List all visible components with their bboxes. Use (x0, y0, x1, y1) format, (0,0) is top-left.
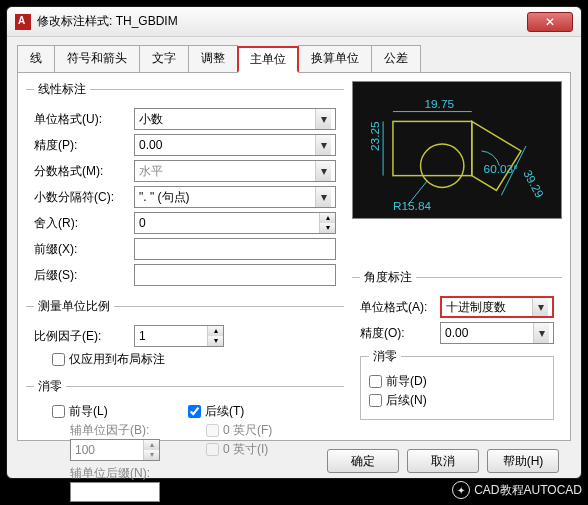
svg-text:60.03°: 60.03° (484, 162, 519, 176)
scale-factor-spinner[interactable]: 1▴▾ (134, 325, 224, 347)
round-spinner[interactable]: 0▴▾ (134, 212, 336, 234)
watermark: ✦ CAD教程AUTOCAD (452, 481, 582, 499)
decimal-sep-select[interactable]: ". " (句点)▾ (134, 186, 336, 208)
tab-symbols[interactable]: 符号和箭头 (54, 45, 140, 72)
close-button[interactable]: ✕ (527, 12, 573, 32)
sub-suffix-label: 辅单位后缀(N): (70, 465, 182, 482)
ang-trailing-label: 后续(N) (386, 392, 427, 409)
chevron-down-icon: ▾ (315, 161, 331, 181)
svg-text:23.25: 23.25 (368, 121, 382, 151)
dialog-body: 线 符号和箭头 文字 调整 主单位 换算单位 公差 线性标注 单位格式(U): … (7, 37, 581, 489)
layout-only-checkbox[interactable] (52, 353, 65, 366)
prefix-input[interactable] (134, 238, 336, 260)
leading-checkbox[interactable] (52, 405, 65, 418)
spin-down-icon[interactable]: ▾ (208, 336, 223, 346)
prefix-label: 前缀(X): (34, 241, 134, 258)
spin-down-icon[interactable]: ▾ (144, 450, 159, 460)
feet-checkbox (206, 424, 219, 437)
inch-label: 0 英寸(I) (223, 441, 268, 458)
svg-rect-0 (393, 121, 472, 175)
layout-only-label: 仅应用到布局标注 (69, 351, 165, 368)
fraction-label: 分数格式(M): (34, 163, 134, 180)
svg-text:19.75: 19.75 (424, 97, 454, 111)
svg-marker-2 (472, 121, 521, 190)
angular-legend: 角度标注 (360, 269, 416, 286)
window-title: 修改标注样式: TH_GBDIM (37, 13, 527, 30)
ang-unit-select[interactable]: 十进制度数▾ (440, 296, 554, 318)
preview-pane: 19.75 23.25 R15.84 60.03° 39.29 (352, 81, 562, 219)
fraction-select[interactable]: 水平▾ (134, 160, 336, 182)
ang-prec-select[interactable]: 0.00▾ (440, 322, 554, 344)
zero-legend: 消零 (34, 378, 66, 395)
inch-checkbox (206, 443, 219, 456)
precision-select[interactable]: 0.00▾ (134, 134, 336, 156)
tab-primary-units[interactable]: 主单位 (237, 46, 299, 73)
suffix-label: 后缀(S): (34, 267, 134, 284)
round-label: 舍入(R): (34, 215, 134, 232)
scale-factor-label: 比例因子(E): (34, 328, 134, 345)
ang-trailing-checkbox[interactable] (369, 394, 382, 407)
spin-up-icon[interactable]: ▴ (208, 326, 223, 336)
chevron-down-icon: ▾ (533, 323, 549, 343)
sub-factor-label: 辅单位因子(B): (70, 422, 182, 439)
trailing-label: 后续(T) (205, 403, 244, 420)
app-icon (15, 14, 31, 30)
sub-suffix-input[interactable] (70, 482, 160, 502)
svg-text:39.29: 39.29 (520, 168, 546, 201)
titlebar: 修改标注样式: TH_GBDIM ✕ (7, 7, 581, 37)
ang-unit-label: 单位格式(A): (360, 299, 440, 316)
scale-legend: 测量单位比例 (34, 298, 114, 315)
ang-leading-checkbox[interactable] (369, 375, 382, 388)
zero-group: 消零 前导(L) 辅单位因子(B): 100▴▾ 辅单位后缀(N): (26, 378, 344, 505)
tab-alt-units[interactable]: 换算单位 (298, 45, 372, 72)
tab-fit[interactable]: 调整 (188, 45, 238, 72)
angular-group: 角度标注 单位格式(A): 十进制度数▾ 精度(O): 0.00▾ 消零 前导(… (352, 269, 562, 434)
tab-lines[interactable]: 线 (17, 45, 55, 72)
ang-zero-legend: 消零 (369, 348, 401, 365)
precision-label: 精度(P): (34, 137, 134, 154)
dialog: 修改标注样式: TH_GBDIM ✕ 线 符号和箭头 文字 调整 主单位 换算单… (6, 6, 582, 479)
tab-content: 线性标注 单位格式(U): 小数▾ 精度(P): 0.00▾ 分数格式(M): … (17, 73, 571, 441)
spin-down-icon[interactable]: ▾ (320, 223, 335, 233)
spin-up-icon[interactable]: ▴ (144, 440, 159, 450)
ang-prec-label: 精度(O): (360, 325, 440, 342)
scale-group: 测量单位比例 比例因子(E): 1▴▾ 仅应用到布局标注 (26, 298, 344, 378)
chevron-down-icon: ▾ (315, 187, 331, 207)
spin-up-icon[interactable]: ▴ (320, 213, 335, 223)
tab-bar: 线 符号和箭头 文字 调整 主单位 换算单位 公差 (17, 45, 571, 73)
leading-label: 前导(L) (69, 403, 108, 420)
sub-factor-spinner[interactable]: 100▴▾ (70, 439, 160, 461)
wechat-icon: ✦ (452, 481, 470, 499)
feet-label: 0 英尺(F) (223, 422, 272, 439)
tab-text[interactable]: 文字 (139, 45, 189, 72)
chevron-down-icon: ▾ (315, 109, 331, 129)
unit-format-select[interactable]: 小数▾ (134, 108, 336, 130)
linear-group: 线性标注 单位格式(U): 小数▾ 精度(P): 0.00▾ 分数格式(M): … (26, 81, 344, 298)
tab-tolerance[interactable]: 公差 (371, 45, 421, 72)
svg-text:R15.84: R15.84 (393, 199, 432, 213)
ang-zero-group: 消零 前导(D) 后续(N) (360, 348, 554, 420)
ang-leading-label: 前导(D) (386, 373, 427, 390)
decimal-sep-label: 小数分隔符(C): (34, 189, 134, 206)
unit-format-label: 单位格式(U): (34, 111, 134, 128)
chevron-down-icon: ▾ (532, 298, 548, 316)
suffix-input[interactable] (134, 264, 336, 286)
trailing-checkbox[interactable] (188, 405, 201, 418)
linear-legend: 线性标注 (34, 81, 90, 98)
chevron-down-icon: ▾ (315, 135, 331, 155)
